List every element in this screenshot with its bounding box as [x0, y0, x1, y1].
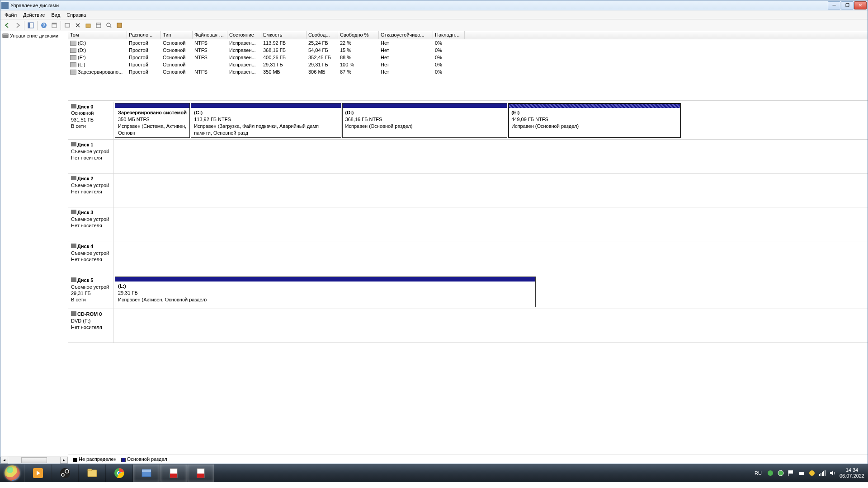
- taskbar[interactable]: RU 14:34 06.07.2022: [0, 464, 868, 482]
- taskbar-app-pdf2[interactable]: [187, 465, 214, 482]
- header-fault[interactable]: Отказоустойчиво...: [379, 31, 433, 39]
- header-filesystem[interactable]: Файловая с...: [193, 31, 227, 39]
- tray-icon-4[interactable]: [808, 469, 816, 477]
- svg-rect-20: [88, 469, 92, 471]
- disk-label[interactable]: Диск 1Съемное устройНет носителя: [68, 140, 113, 173]
- partition[interactable]: Зарезервировано системой350 МБ NTFSИспра…: [115, 103, 190, 138]
- svg-rect-34: [799, 472, 804, 475]
- svg-point-35: [809, 470, 815, 476]
- settings-button[interactable]: [49, 20, 59, 30]
- find-button[interactable]: [104, 20, 114, 30]
- scroll-right-button[interactable]: ►: [60, 457, 68, 464]
- partition[interactable]: (L:)29,31 ГБИсправен (Активен, Основной …: [115, 277, 536, 307]
- drive-icon: [70, 48, 76, 53]
- language-indicator[interactable]: RU: [753, 469, 764, 477]
- disk-icon: [71, 142, 76, 146]
- windows-orb-icon: [5, 465, 20, 481]
- delete-button[interactable]: [73, 20, 83, 30]
- volume-row[interactable]: (L:)ПростойОсновнойИсправен...29,31 ГБ29…: [68, 61, 868, 68]
- header-volume[interactable]: Том: [68, 31, 127, 39]
- legend-primary-swatch: [121, 458, 126, 462]
- forward-button[interactable]: [13, 20, 23, 30]
- svg-rect-36: [819, 474, 820, 476]
- disk-label[interactable]: Диск 2Съемное устройНет носителя: [68, 174, 113, 207]
- svg-point-16: [60, 468, 70, 478]
- action-button[interactable]: [94, 20, 104, 30]
- header-capacity[interactable]: Емкость: [261, 31, 307, 39]
- volume-row[interactable]: (E:)ПростойОсновнойNTFSИсправен...400,26…: [68, 54, 868, 61]
- tray-network-icon[interactable]: [819, 469, 826, 477]
- drive-icon: [70, 62, 76, 67]
- taskbar-app-explorer[interactable]: [79, 465, 106, 482]
- disk-row: Диск 1Съемное устройНет носителя: [68, 140, 868, 174]
- titlebar[interactable]: Управление дисками ─ ❐ ✕: [0, 0, 868, 10]
- header-layout[interactable]: Располо...: [127, 31, 161, 39]
- refresh-button[interactable]: [62, 20, 72, 30]
- extra-button[interactable]: [114, 20, 124, 30]
- properties-button[interactable]: [83, 20, 93, 30]
- svg-rect-5: [52, 23, 57, 24]
- disk-row: CD-ROM 0DVD (F:)Нет носителя: [68, 309, 868, 343]
- menu-action[interactable]: Действие: [20, 11, 48, 19]
- disk-row: Диск 2Съемное устройНет носителя: [68, 174, 868, 207]
- tray-icon-2[interactable]: [777, 469, 784, 477]
- close-button[interactable]: ✕: [854, 1, 867, 9]
- taskbar-clock[interactable]: 14:34 06.07.2022: [840, 467, 864, 479]
- system-tray: RU 14:34 06.07.2022: [753, 467, 866, 479]
- tray-icon-1[interactable]: [767, 469, 774, 477]
- disk-icon: [71, 244, 76, 248]
- partition[interactable]: (E:)449,09 ГБ NTFSИсправен (Основной раз…: [508, 103, 681, 138]
- scroll-left-button[interactable]: ◄: [0, 457, 8, 464]
- disk-label[interactable]: Диск 3Съемное устройНет носителя: [68, 207, 113, 241]
- clock-time: 14:34: [840, 467, 864, 473]
- taskbar-app-pdf1[interactable]: [160, 465, 187, 482]
- back-button[interactable]: [2, 20, 12, 30]
- taskbar-app-diskmgmt[interactable]: [133, 465, 160, 482]
- volume-row[interactable]: (D:)ПростойОсновнойNTFSИсправен...368,16…: [68, 47, 868, 54]
- header-free-pct[interactable]: Свободно %: [338, 31, 379, 39]
- header-overhead[interactable]: Накладны...: [433, 31, 465, 39]
- disk-label[interactable]: CD-ROM 0DVD (F:)Нет носителя: [68, 309, 113, 343]
- disk-label[interactable]: Диск 4Съемное устройНет носителя: [68, 241, 113, 275]
- svg-rect-40: [825, 470, 826, 476]
- tree-root-item[interactable]: Управление дисками: [0, 31, 68, 40]
- svg-rect-37: [821, 473, 821, 476]
- volume-row[interactable]: Зарезервировано...ПростойОсновнойNTFSИсп…: [68, 68, 868, 75]
- show-hide-tree-button[interactable]: [26, 20, 36, 30]
- disk-mgmt-icon: [2, 33, 9, 39]
- tree-root-label: Управление дисками: [10, 33, 58, 38]
- menu-help[interactable]: Справка: [63, 11, 89, 19]
- menu-view[interactable]: Вид: [48, 11, 63, 19]
- taskbar-app-steam[interactable]: [52, 465, 79, 482]
- maximize-button[interactable]: ❐: [841, 1, 854, 9]
- tray-flag-icon[interactable]: [788, 469, 795, 477]
- volume-row[interactable]: (C:)ПростойОсновнойNTFSИсправен...113,92…: [68, 39, 868, 47]
- header-type[interactable]: Тип: [161, 31, 193, 39]
- minimize-button[interactable]: ─: [828, 1, 840, 9]
- scroll-thumb[interactable]: [21, 457, 47, 463]
- legend: Не распределен Основной раздел: [68, 455, 868, 464]
- taskbar-app-chrome[interactable]: [106, 465, 133, 482]
- start-button[interactable]: [0, 464, 24, 482]
- svg-rect-32: [788, 470, 793, 474]
- help-button[interactable]: ?: [39, 20, 49, 30]
- svg-rect-8: [96, 23, 101, 28]
- disk-label[interactable]: Диск 5Съемное устрой29,31 ГБВ сети: [68, 275, 113, 309]
- menu-file[interactable]: Файл: [1, 11, 20, 19]
- tray-icon-3[interactable]: [798, 469, 805, 477]
- tree-horizontal-scrollbar[interactable]: ◄ ►: [0, 456, 68, 464]
- console-tree: Управление дисками ◄ ►: [0, 31, 68, 464]
- taskbar-app-mediaplayer[interactable]: [24, 465, 52, 482]
- drive-icon: [70, 41, 76, 46]
- partition[interactable]: (C:)113,92 ГБ NTFSИсправен (Загрузка, Фа…: [191, 103, 341, 138]
- partition[interactable]: (D:)368,16 ГБ NTFSИсправен (Основной раз…: [342, 103, 508, 138]
- disk-icon: [71, 104, 76, 108]
- tray-volume-icon[interactable]: [829, 469, 836, 477]
- header-status[interactable]: Состояние: [227, 31, 261, 39]
- disk-label[interactable]: Диск 0Основной931,51 ГБВ сети: [68, 102, 113, 139]
- svg-text:?: ?: [42, 23, 46, 28]
- header-free[interactable]: Свобод...: [307, 31, 338, 39]
- svg-rect-6: [65, 23, 70, 27]
- disk-row: Диск 4Съемное устройНет носителя: [68, 241, 868, 275]
- disk-management-window: Управление дисками ─ ❐ ✕ Файл Действие В…: [0, 0, 868, 464]
